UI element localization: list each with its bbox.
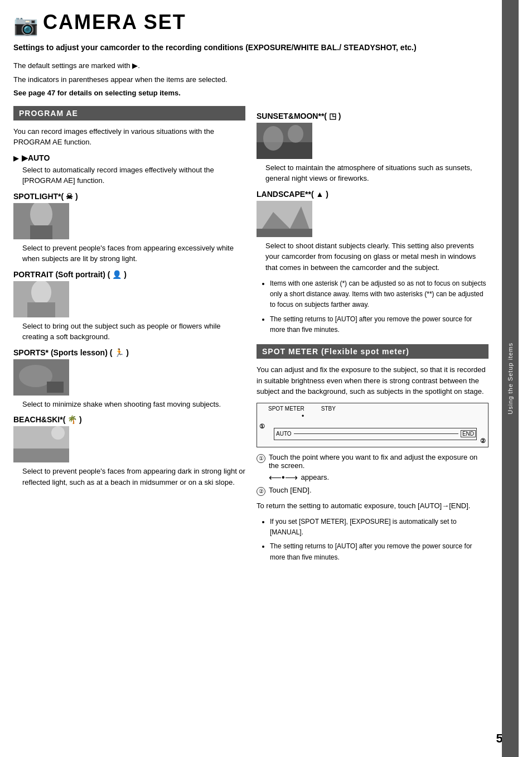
bullet-item-2: The setting returns to [AUTO] after you … [270,314,489,335]
sunset-image [257,123,312,159]
step-1-text: Touch the point where you want to fix an… [269,453,489,470]
arrow-symbol: ⟵•⟶ [269,472,298,483]
sports-svg [13,359,69,396]
svg-rect-5 [27,302,55,317]
landscape-mode-title: LANDSCAPE**( ▲ ) [257,190,489,199]
right-col-bullets: Items with one asterisk (*) can be adjus… [262,278,489,335]
sports-mode-desc: Select to minimize shake when shooting f… [22,399,245,410]
svg-rect-8 [47,382,64,393]
circle-2: ② [480,437,486,445]
right-column: SUNSET&MOON**( ◳ ) Select to maintain th… [257,106,489,566]
landscape-image [257,201,312,237]
program-ae-header: PROGRAM AE [13,106,245,120]
page-header: 📷 CAMERA SET [13,11,489,37]
two-column-layout: PROGRAM AE You can record images effecti… [13,106,489,566]
step-1: ① Touch the point where you want to fix … [257,453,489,470]
spotlight-mode-desc: Select to prevent people's faces from ap… [22,243,245,264]
spotlight-image [13,203,69,239]
step-2-num: ② [257,487,265,496]
spot-bullet-1: If you set [SPOT METER], [EXPOSURE] is a… [270,517,489,538]
beach-mode-title: BEACH&SKI*( 🌴 ) [13,415,245,424]
portrait-mode-desc: Select to bring out the subject such as … [22,321,245,343]
beach-image [13,426,69,462]
svg-point-11 [51,426,65,440]
auto-mode-desc: Select to automatically record images ef… [22,165,245,186]
page-subtitle: Settings to adjust your camcorder to the… [13,42,489,54]
camera-icon: 📷 [13,13,38,37]
diagram-labels: SPOT METER STBY [268,406,336,412]
diagram-bar: AUTO END [274,428,477,440]
program-ae-intro: You can record images effectively in var… [13,126,245,148]
end-label: END [461,430,476,437]
sunset-mode-desc: Select to maintain the atmosphere of sit… [265,162,489,184]
stby-label: STBY [321,406,336,412]
spotlight-svg [13,203,69,239]
spot-meter-bullets: If you set [SPOT METER], [EXPOSURE] is a… [262,517,489,563]
intro-text-1: The default settings are marked with ▶. [13,60,489,71]
landscape-mode-desc: Select to shoot distant subjects clearly… [265,240,489,273]
spot-meter-diagram: SPOT METER STBY • ① AUTO END ② [257,403,489,447]
beach-mode-desc: Select to prevent people's faces from ap… [22,466,245,488]
landscape-svg [257,201,312,237]
spotlight-mode-title: SPOTLIGHT*( ☠ ) [13,192,245,201]
spot-meter-header: SPOT METER (Flexible spot meter) [257,344,489,359]
return-note: To return the setting to automatic expos… [257,500,489,512]
svg-point-4 [31,281,51,305]
bullet-item-1: Items with one asterisk (*) can be adjus… [270,278,489,311]
sports-image [13,359,69,396]
diagram-dot: • [302,412,304,420]
auto-label: AUTO [276,431,292,437]
appears-line: ⟵•⟶ appears. [269,472,489,483]
spot-bullet-2: The setting returns to [AUTO] after you … [270,541,489,562]
sunset-svg [257,123,312,159]
svg-rect-18 [257,229,312,237]
sports-mode-title: SPORTS* (Sports lesson) ( 🏃 ) [13,348,245,357]
spot-meter-label: SPOT METER [268,406,304,412]
sidebar-tab-label: Using the Setup items [507,343,514,414]
sidebar-tab: Using the Setup items [502,0,519,757]
svg-rect-10 [13,449,69,462]
portrait-mode-title: PORTRAIT (Soft portrait) ( 👤 ) [13,270,245,279]
intro-text-2: The indicators in parentheses appear whe… [13,74,489,85]
see-page-note: See page 47 for details on selecting set… [13,89,489,97]
appears-text: appears. [301,473,330,481]
step-1-num: ① [257,454,265,463]
auto-mode-title: ▶AUTO [13,153,245,162]
circle-1: ① [259,423,265,430]
svg-point-14 [263,126,283,151]
left-column: PROGRAM AE You can record images effecti… [13,106,245,566]
portrait-svg [13,281,69,317]
svg-point-15 [288,125,303,143]
svg-rect-2 [30,225,52,239]
content-area: 📷 CAMERA SET Settings to adjust your cam… [0,0,502,757]
portrait-image [13,281,69,317]
step-2: ② Touch [END]. [257,486,489,496]
page-title: CAMERA SET [43,11,186,33]
arrow-line [294,433,458,434]
spot-meter-section: SPOT METER (Flexible spot meter) You can… [257,344,489,563]
page-container: 📷 CAMERA SET Settings to adjust your cam… [0,0,532,757]
beach-svg [13,426,69,462]
spot-meter-intro: You can adjust and fix the exposure to t… [257,364,489,397]
sunset-mode-title: SUNSET&MOON**( ◳ ) [257,112,489,120]
step-2-text: Touch [END]. [269,486,312,496]
